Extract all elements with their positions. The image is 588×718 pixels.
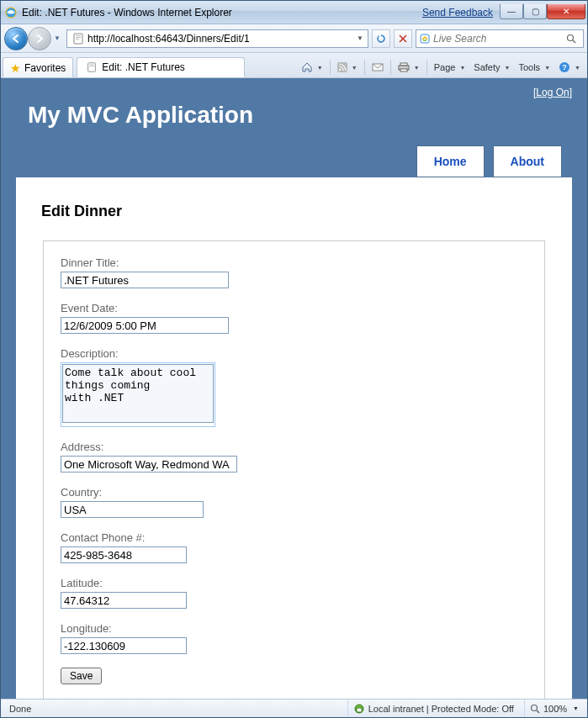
- url-input[interactable]: [87, 33, 354, 45]
- svg-line-23: [537, 710, 539, 713]
- svg-rect-3: [76, 35, 81, 36]
- close-button[interactable]: ✕: [547, 4, 585, 19]
- label-lat: Latitude:: [61, 577, 527, 589]
- svg-rect-12: [337, 62, 347, 72]
- label-date: Event Date:: [61, 302, 527, 314]
- svg-rect-10: [90, 65, 94, 66]
- ie-icon: [4, 6, 18, 19]
- back-button[interactable]: [4, 27, 28, 50]
- input-phone[interactable]: [61, 546, 187, 563]
- window-title: Edit: .NET Futures - Windows Internet Ex…: [22, 7, 422, 18]
- browser-tab[interactable]: Edit: .NET Futures: [77, 57, 245, 77]
- svg-rect-4: [76, 37, 81, 38]
- input-country[interactable]: [61, 501, 204, 518]
- input-description[interactable]: [62, 364, 214, 423]
- svg-rect-9: [88, 63, 96, 72]
- save-button[interactable]: Save: [61, 668, 102, 684]
- stop-button[interactable]: [394, 29, 412, 48]
- svg-rect-11: [90, 66, 94, 66]
- nav-history-dropdown[interactable]: ▼: [51, 30, 63, 47]
- svg-rect-6: [421, 34, 429, 43]
- status-bar: Done Local intranet | Protected Mode: Of…: [1, 699, 587, 717]
- favorites-label: Favorites: [24, 62, 66, 74]
- svg-line-8: [573, 40, 575, 43]
- label-description: Description:: [61, 347, 527, 360]
- page-menu[interactable]: Page▼: [431, 58, 469, 77]
- label-phone: Contact Phone #:: [61, 531, 527, 544]
- zoom-icon: [530, 704, 540, 714]
- status-zoom[interactable]: 100% ▼: [524, 700, 584, 717]
- maximize-button[interactable]: ▢: [523, 4, 547, 19]
- nav-toolbar: ▼ ▼: [1, 24, 587, 53]
- refresh-button[interactable]: [372, 29, 390, 48]
- browser-window: Edit: .NET Futures - Windows Internet Ex…: [0, 0, 588, 718]
- svg-point-7: [568, 34, 574, 40]
- safety-menu[interactable]: Safety▼: [470, 58, 513, 77]
- home-button[interactable]: ▼: [298, 58, 326, 77]
- input-address[interactable]: [61, 456, 237, 473]
- forward-button[interactable]: [28, 27, 51, 50]
- svg-rect-5: [76, 39, 79, 40]
- status-zone: Local intranet | Protected Mode: Off: [347, 700, 519, 717]
- svg-point-13: [339, 69, 341, 71]
- chevron-down-icon: ▼: [573, 705, 579, 711]
- feeds-button[interactable]: ▼: [334, 58, 361, 77]
- svg-rect-17: [400, 69, 407, 71]
- input-lat[interactable]: [61, 592, 187, 609]
- label-title: Dinner Title:: [61, 256, 527, 269]
- page-icon: [72, 32, 85, 45]
- label-address: Address:: [61, 441, 527, 453]
- label-lon: Longitude:: [61, 622, 527, 635]
- url-dropdown[interactable]: ▼: [354, 34, 366, 42]
- read-mail-button[interactable]: [368, 58, 387, 77]
- star-icon: ★: [10, 61, 21, 75]
- nav-about[interactable]: About: [493, 145, 562, 177]
- titlebar: Edit: .NET Futures - Windows Internet Ex…: [1, 1, 587, 24]
- status-done: Done: [4, 700, 36, 717]
- page-viewport[interactable]: [ Log On ] My MVC Application Home About…: [1, 78, 587, 699]
- search-box[interactable]: [416, 29, 584, 48]
- minimize-button[interactable]: —: [500, 4, 523, 19]
- app-title: My MVC Application: [28, 102, 580, 129]
- search-input[interactable]: [432, 33, 566, 45]
- input-title[interactable]: [61, 272, 229, 288]
- address-bar[interactable]: ▼: [66, 29, 368, 48]
- logon-link[interactable]: Log On: [536, 87, 569, 98]
- page-icon: [86, 61, 98, 73]
- label-country: Country:: [61, 486, 527, 499]
- page-heading: Edit Dinner: [41, 203, 547, 220]
- print-button[interactable]: ▼: [395, 58, 423, 77]
- command-bar: ▼ ▼ ▼ Page▼ Safety▼ Tools▼ ? ▼: [298, 57, 585, 77]
- input-date[interactable]: [61, 317, 229, 334]
- tab-title: Edit: .NET Futures: [102, 61, 184, 73]
- live-search-icon: [418, 33, 432, 45]
- account-area: [ Log On ]: [8, 87, 580, 102]
- svg-text:?: ?: [562, 63, 567, 71]
- zone-icon: [353, 703, 365, 715]
- tab-bar: ★ Favorites Edit: .NET Futures ▼ ▼: [1, 53, 587, 78]
- tools-menu[interactable]: Tools▼: [515, 58, 554, 77]
- svg-point-22: [531, 705, 537, 710]
- page-body: Edit Dinner Dinner Title: Event Date: De…: [16, 177, 572, 699]
- nav-home[interactable]: Home: [416, 145, 485, 177]
- send-feedback-link[interactable]: Send Feedback: [422, 7, 493, 18]
- edit-form: Dinner Title: Event Date: Description:: [43, 240, 545, 699]
- app-nav: Home About: [8, 145, 580, 177]
- search-button[interactable]: [566, 34, 581, 44]
- mvc-app: [ Log On ] My MVC Application Home About…: [8, 87, 580, 699]
- help-button[interactable]: ? ▼: [555, 58, 584, 77]
- favorites-button[interactable]: ★ Favorites: [3, 57, 73, 77]
- svg-rect-21: [357, 708, 362, 712]
- input-lon[interactable]: [61, 637, 187, 654]
